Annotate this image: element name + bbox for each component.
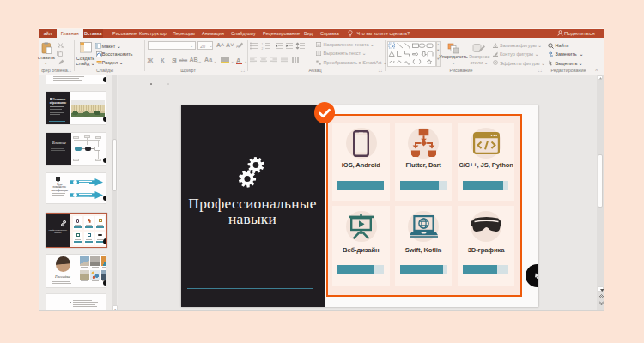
svg-text:2: 2 — [262, 47, 264, 50]
svg-text:1: 1 — [262, 43, 264, 46]
